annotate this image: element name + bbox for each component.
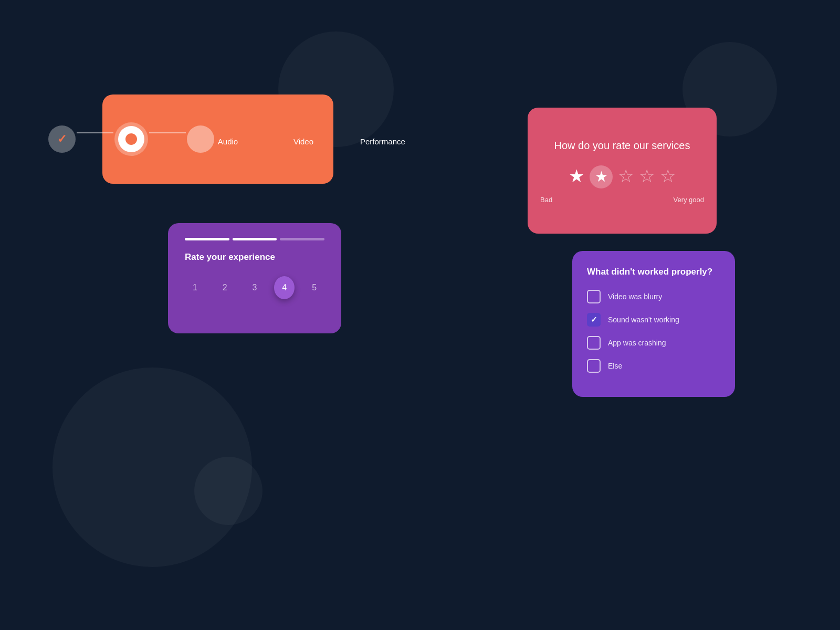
bg-decoration-4 <box>194 457 262 525</box>
progress-seg-1 <box>185 238 229 240</box>
checkbox-else[interactable] <box>587 359 601 373</box>
progress-seg-3 <box>280 238 324 240</box>
number-row: 1 2 3 4 5 <box>185 276 324 299</box>
num-btn-4[interactable]: 4 <box>274 276 295 299</box>
progress-bar <box>185 238 324 240</box>
steps-row: ✓ <box>48 122 214 156</box>
progress-steps-card: ✓ Audio Video Performance <box>102 94 333 184</box>
step-audio[interactable]: ✓ <box>48 125 76 153</box>
steps-labels: Audio Video Performance <box>214 137 387 146</box>
step-video-dot <box>125 133 137 145</box>
star-2[interactable]: ★ <box>590 165 613 188</box>
issue-item-crashing[interactable]: App was crashing <box>587 336 720 350</box>
label-bad: Bad <box>540 196 552 204</box>
experience-title: Rate your experience <box>185 252 324 262</box>
issue-item-sound[interactable]: Sound wasn't working <box>587 313 720 327</box>
num-btn-1[interactable]: 1 <box>185 276 205 299</box>
step-video[interactable] <box>114 122 148 156</box>
step-video-inner <box>118 126 144 152</box>
star-3[interactable]: ☆ <box>618 165 634 188</box>
label-audio: Audio <box>214 137 242 146</box>
issue-label-crashing: App was crashing <box>608 339 666 347</box>
issues-title: What didn't worked properly? <box>587 266 720 278</box>
checkmark-icon: ✓ <box>57 132 67 146</box>
label-video: Video <box>290 137 317 146</box>
progress-seg-2 <box>233 238 277 240</box>
rating-title: How do you rate our services <box>554 138 690 153</box>
num-btn-3[interactable]: 3 <box>245 276 265 299</box>
step-performance-circle <box>187 125 214 153</box>
step-audio-circle: ✓ <box>48 125 76 153</box>
star-1[interactable]: ★ <box>569 165 584 188</box>
issue-label-blurry: Video was blurry <box>608 292 662 301</box>
issue-item-blurry[interactable]: Video was blurry <box>587 290 720 303</box>
num-btn-2[interactable]: 2 <box>215 276 235 299</box>
star-5[interactable]: ☆ <box>660 165 676 188</box>
issues-card: What didn't worked properly? Video was b… <box>572 251 735 397</box>
step-video-ring <box>114 122 148 156</box>
step-connector-1 <box>77 132 113 133</box>
checkbox-blurry[interactable] <box>587 290 601 303</box>
checkbox-crashing[interactable] <box>587 336 601 350</box>
label-good: Very good <box>673 196 704 204</box>
checkbox-sound[interactable] <box>587 313 601 327</box>
experience-card: Rate your experience 1 2 3 4 5 <box>168 223 341 333</box>
star-4[interactable]: ☆ <box>639 165 655 188</box>
stars-row: ★ ★ ☆ ☆ ☆ <box>569 165 676 188</box>
issue-label-sound: Sound wasn't working <box>608 316 679 324</box>
issue-label-else: Else <box>608 362 622 370</box>
num-btn-5[interactable]: 5 <box>304 276 324 299</box>
rating-labels: Bad Very good <box>540 196 704 204</box>
rating-card: How do you rate our services ★ ★ ☆ ☆ ☆ B… <box>528 108 717 234</box>
label-performance: Performance <box>360 137 387 146</box>
issue-item-else[interactable]: Else <box>587 359 720 373</box>
step-performance[interactable] <box>187 125 214 153</box>
step-connector-2 <box>149 132 186 133</box>
